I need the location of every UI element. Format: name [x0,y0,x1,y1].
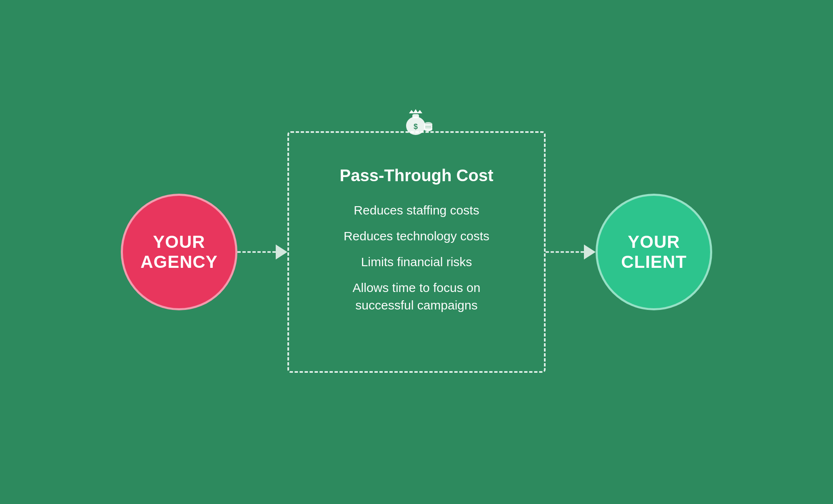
bullet-item-4: Allows time to focus onsuccessful campai… [310,279,523,314]
agency-circle: YOUR AGENCY [121,194,237,310]
left-arrow-head [276,245,287,259]
right-arrow [546,245,596,259]
main-container: YOUR AGENCY $ [0,0,833,504]
right-arrow-head [584,245,596,259]
client-circle: YOUR CLIENT [596,194,712,310]
box-title: Pass-Through Cost [340,166,494,185]
client-label: YOUR CLIENT [621,232,687,272]
svg-marker-0 [409,109,422,113]
left-dashed-line [237,251,276,253]
left-arrow [237,245,287,259]
center-box: Pass-Through Cost Reduces staffing costs… [287,131,546,373]
money-icon: $ [398,108,435,137]
agency-label: YOUR AGENCY [140,232,218,272]
svg-rect-2 [412,114,419,118]
bullet-item-3: Limits financial risks [310,253,523,271]
bullet-item-2: Reduces technology costs [310,227,523,245]
bullet-list: Reduces staffing costs Reduces technolog… [310,202,523,314]
bullet-item-1: Reduces staffing costs [310,202,523,219]
center-box-wrapper: $ Pass-Through Cost Reduces staffing cos… [287,131,546,373]
svg-text:$: $ [414,122,418,131]
right-dashed-line [546,251,584,253]
